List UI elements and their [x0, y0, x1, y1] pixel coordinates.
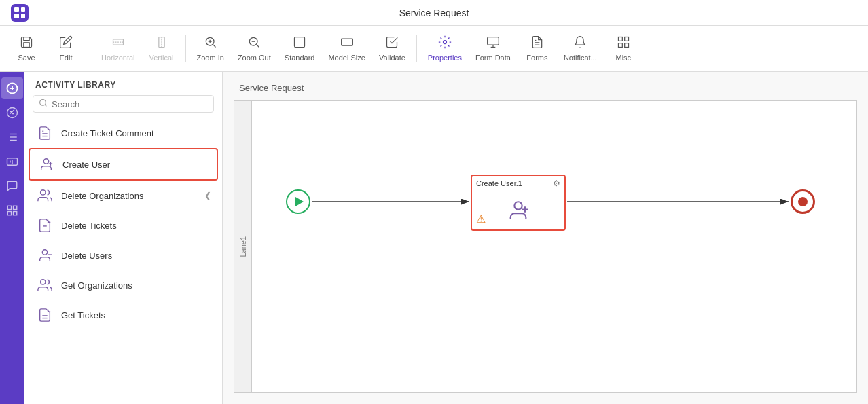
activity-item-delete-users[interactable]: Delete Users	[24, 240, 222, 270]
form-data-button[interactable]: Form Data	[470, 33, 516, 65]
misc-button[interactable]: Misc	[605, 33, 642, 65]
notifications-button[interactable]: Notificat...	[558, 33, 602, 65]
activity-item-delete-organizations[interactable]: Delete Organizations ❮	[24, 181, 222, 210]
sidebar-message-icon[interactable]	[1, 175, 23, 197]
edit-icon	[59, 35, 73, 52]
misc-icon	[617, 35, 630, 52]
task-node-body: ⚠	[472, 191, 564, 229]
activity-item-create-ticket-comment[interactable]: Create Ticket Comment	[24, 118, 222, 148]
search-icon	[39, 98, 48, 109]
task-node-gear-icon[interactable]: ⚙	[553, 179, 560, 188]
validate-button[interactable]: Validate	[374, 33, 411, 65]
zoom-in-label: Zoom In	[197, 54, 224, 62]
standard-label: Standard	[285, 54, 315, 62]
toolbar: Save Edit Horizontal Vertical Zoom In Zo…	[0, 26, 868, 72]
delete-organizations-icon	[35, 186, 54, 205]
top-bar: Service Request	[0, 0, 868, 26]
forms-label: Forms	[526, 54, 547, 62]
sidebar-zendesk-icon[interactable]	[1, 102, 23, 124]
task-node-title: Create User.1	[476, 179, 522, 187]
vertical-button[interactable]: Vertical	[143, 33, 180, 65]
svg-rect-0	[24, 43, 29, 48]
lane-content: Create User.1 ⚙ ⚠	[252, 101, 856, 392]
activity-list: Create Ticket Comment Create User Delete…	[24, 118, 222, 404]
create-user-label: Create User	[62, 160, 210, 170]
diagram-lane: Lane1	[234, 100, 857, 393]
delete-users-icon	[35, 246, 54, 265]
end-event[interactable]	[791, 189, 815, 214]
task-node-create-user[interactable]: Create User.1 ⚙ ⚠	[471, 175, 566, 231]
search-input[interactable]	[52, 99, 208, 109]
delete-tickets-label: Delete Tickets	[61, 221, 211, 231]
app-logo	[11, 4, 29, 22]
model-size-button[interactable]: Model Size	[323, 33, 370, 65]
canvas-area[interactable]: Service Request Lane1	[223, 72, 868, 404]
svg-rect-15	[488, 37, 499, 45]
create-user-icon	[37, 155, 56, 174]
activity-item-get-organizations[interactable]: Get Organizations	[24, 270, 222, 300]
form-data-icon	[486, 35, 500, 52]
get-tickets-icon	[35, 306, 54, 325]
zoom-in-icon	[204, 35, 217, 52]
app-title: Service Request	[399, 7, 469, 18]
svg-rect-38	[14, 212, 17, 215]
svg-line-6	[213, 45, 216, 48]
edit-label: Edit	[60, 54, 73, 62]
task-node-warning-icon: ⚠	[476, 213, 486, 225]
svg-rect-21	[624, 37, 628, 41]
misc-label: Misc	[616, 54, 632, 62]
sidebar-id-icon[interactable]	[1, 151, 23, 172]
canvas-diagram-title: Service Request	[239, 83, 304, 93]
model-size-icon	[340, 35, 354, 52]
activity-item-create-user[interactable]: Create User	[29, 148, 218, 181]
svg-rect-12	[295, 37, 305, 48]
standard-button[interactable]: Standard	[279, 33, 321, 65]
sidebar-menu-icon[interactable]	[1, 200, 23, 221]
lane-label-container: Lane1	[234, 101, 252, 392]
create-ticket-comment-label: Create Ticket Comment	[61, 128, 211, 139]
activity-panel: ACTIVITY LIBRARY Create Ticket Comment C…	[24, 72, 223, 404]
svg-rect-23	[618, 43, 622, 48]
task-node-header: Create User.1 ⚙	[472, 176, 564, 191]
horizontal-label: Horizontal	[101, 54, 135, 62]
chevron-right-icon: ❮	[204, 191, 211, 200]
activity-item-delete-tickets[interactable]: Delete Tickets	[24, 210, 222, 240]
sidebar-list-icon[interactable]	[1, 126, 23, 148]
zoom-in-button[interactable]: Zoom In	[192, 33, 230, 65]
toolbar-sep-1	[90, 35, 90, 62]
zoom-out-label: Zoom Out	[238, 54, 271, 62]
svg-point-52	[41, 280, 46, 284]
toolbar-sep-3	[416, 35, 417, 62]
toolbar-sep-2	[185, 35, 186, 62]
sidebar-add-icon[interactable]	[1, 77, 23, 99]
svg-point-58	[514, 202, 522, 209]
svg-point-45	[43, 159, 48, 164]
save-icon	[20, 35, 33, 52]
create-ticket-comment-icon	[35, 124, 54, 143]
properties-button[interactable]: Properties	[422, 33, 467, 65]
zoom-out-button[interactable]: Zoom Out	[232, 33, 276, 65]
activity-item-get-tickets[interactable]: Get Tickets	[24, 300, 222, 330]
edit-button[interactable]: Edit	[48, 33, 84, 65]
svg-point-14	[443, 41, 446, 44]
task-node-create-user-icon	[507, 199, 530, 222]
properties-label: Properties	[428, 54, 462, 62]
get-organizations-icon	[35, 276, 54, 295]
start-event[interactable]	[286, 189, 310, 214]
validate-icon	[385, 35, 399, 52]
svg-rect-39	[7, 212, 11, 215]
zoom-out-icon	[247, 35, 261, 52]
forms-button[interactable]: Forms	[519, 33, 556, 65]
svg-rect-20	[618, 37, 622, 41]
delete-tickets-icon	[35, 216, 54, 235]
svg-line-10	[257, 45, 259, 48]
notifications-label: Notificat...	[564, 54, 597, 62]
horizontal-icon	[111, 35, 125, 52]
svg-point-40	[40, 100, 46, 106]
save-button[interactable]: Save	[8, 33, 45, 65]
vertical-icon	[155, 35, 168, 52]
horizontal-button[interactable]: Horizontal	[96, 33, 141, 65]
activity-library-title: ACTIVITY LIBRARY	[24, 72, 222, 95]
form-data-label: Form Data	[475, 54, 511, 62]
search-box[interactable]	[33, 95, 214, 113]
